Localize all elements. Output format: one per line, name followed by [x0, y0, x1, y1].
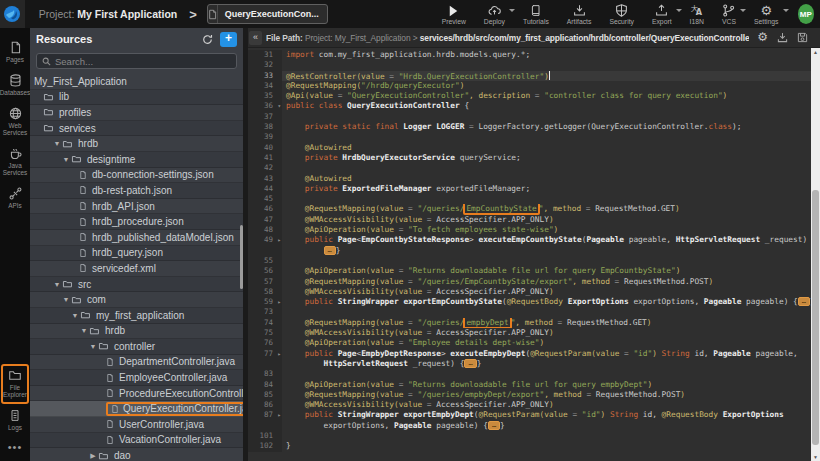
- export-button[interactable]: Export: [643, 2, 681, 26]
- chevron-down-icon[interactable]: ▼: [52, 140, 62, 147]
- tree-item-my_first_application[interactable]: ▼my_first_application: [30, 308, 243, 324]
- code-line-wrap[interactable]: …}: [248, 246, 811, 256]
- wavemaker-logo[interactable]: [0, 0, 25, 28]
- folded-code-pill[interactable]: …: [488, 421, 500, 430]
- search-input[interactable]: [55, 56, 231, 67]
- code-line-42[interactable]: 42: [248, 163, 811, 173]
- code-line-75[interactable]: 75 @WMAccessVisibility(value = AccessSpe…: [248, 328, 811, 338]
- vcs-button[interactable]: VCS: [713, 2, 745, 26]
- code-line-wrap[interactable]: exportOptions, Pageable pageable) {…}: [248, 421, 811, 431]
- tree-item-DepartmentController.java[interactable]: DepartmentController.java: [30, 355, 243, 371]
- add-resource-button[interactable]: +: [220, 32, 237, 47]
- folded-code-pill[interactable]: …: [324, 246, 336, 255]
- code-line-44[interactable]: 44 private ExportedFileManager exportedF…: [248, 184, 811, 194]
- collapse-panel-button[interactable]: «: [249, 31, 262, 45]
- sidebar-item-java-services[interactable]: Java Services: [1, 142, 29, 182]
- code-line-41[interactable]: 41 private HrdbQueryExecutorService quer…: [248, 153, 811, 163]
- code-line-32[interactable]: 32: [248, 60, 811, 70]
- download-icon[interactable]: [777, 32, 788, 43]
- more-options-icon[interactable]: •••: [8, 437, 23, 461]
- code-line-31[interactable]: 31import com.my_first_application.hrdb.m…: [248, 50, 811, 60]
- sidebar-item-databases[interactable]: Databases: [1, 69, 29, 102]
- code-line-36[interactable]: 36▾public class QueryExecutionController…: [248, 101, 811, 111]
- tree-item-UserController.java[interactable]: UserController.java: [30, 417, 243, 433]
- tree-item-profiles[interactable]: profiles: [30, 105, 243, 121]
- sidebar-item-file-explorer[interactable]: File Explorer: [1, 364, 29, 404]
- tree-item-servicedef.xml[interactable]: servicedef.xml: [30, 261, 243, 277]
- code-line-47[interactable]: 47 @WMAccessVisibility(value = AccessSpe…: [248, 215, 811, 225]
- code-line-33[interactable]: 33@RestController(value = "Hrdb.QueryExe…: [248, 71, 811, 81]
- code-line-45[interactable]: 45: [248, 194, 811, 204]
- code-line-40[interactable]: 40 @Autowired: [248, 143, 811, 153]
- code-line-35[interactable]: 35@Api(value = "QueryExecutionController…: [248, 91, 811, 101]
- user-avatar[interactable]: MP: [798, 4, 815, 24]
- chevron-down-icon[interactable]: ▼: [52, 281, 62, 288]
- chevron-down-icon[interactable]: ▼: [88, 343, 98, 350]
- tree-item-services[interactable]: services: [30, 121, 243, 137]
- scroll-up-arrow[interactable]: ▲: [811, 48, 820, 56]
- chevron-right-icon[interactable]: ▶: [88, 452, 98, 460]
- code-line-49[interactable]: 49▸ public Page<EmpCountbyStateResponse>…: [248, 235, 811, 245]
- editor-scrollbar-thumb[interactable]: [812, 190, 819, 445]
- chevron-down-icon[interactable]: ▼: [61, 156, 71, 163]
- code-line-wrap[interactable]: HttpServletRequest _request) {…}: [248, 359, 811, 369]
- code-line-43[interactable]: 43 @Autowired: [248, 174, 811, 184]
- tree-item-controller[interactable]: ▼controller: [30, 339, 243, 355]
- tutorials-button[interactable]: Tutorials: [514, 2, 558, 26]
- sidebar-item-logs[interactable]: Logs: [1, 404, 29, 437]
- code-line-48[interactable]: 48 @ApiOperation(value = "To fetch emplo…: [248, 225, 811, 235]
- code-line-87[interactable]: 87▸ public StringWrapper exportEmpbyDept…: [248, 410, 811, 420]
- code-line-58[interactable]: 58 @WMAccessVisibility(value = AccessSpe…: [248, 287, 811, 297]
- tree-item-VacationController.java[interactable]: VacationController.java: [30, 433, 243, 449]
- tree-item-QueryExecutionController.java[interactable]: QueryExecutionController.java: [30, 401, 243, 417]
- sidebar-item-pages[interactable]: Pages: [1, 36, 29, 69]
- fold-expanded-icon[interactable]: ▾: [277, 101, 281, 111]
- security-button[interactable]: Security: [600, 2, 643, 26]
- sidebar-item-apis[interactable]: APIs: [1, 182, 29, 215]
- tree-item-db-rest-patch.json[interactable]: db-rest-patch.json: [30, 183, 243, 199]
- code-line-39[interactable]: 39: [248, 132, 811, 142]
- preview-button[interactable]: Preview: [433, 2, 475, 26]
- deploy-button[interactable]: Deploy: [475, 2, 514, 26]
- code-line-56[interactable]: 56 @ApiOperation(value = "Returns downlo…: [248, 266, 811, 276]
- i18n-button[interactable]: 大A I18N: [681, 2, 713, 26]
- tree-item-hrdb_API.json[interactable]: hrdb_API.json: [30, 199, 243, 215]
- tree-item-dao[interactable]: ▶dao: [30, 448, 243, 461]
- fold-collapsed-icon[interactable]: ▸: [277, 235, 281, 245]
- scroll-down-arrow[interactable]: ▼: [811, 453, 820, 461]
- code-line-76[interactable]: 76 @ApiOperation(value = "Employee detai…: [248, 338, 811, 348]
- gear-icon[interactable]: ⚙: [757, 31, 768, 44]
- chevron-down-icon[interactable]: ▼: [61, 296, 71, 303]
- folded-code-pill[interactable]: …: [464, 359, 476, 368]
- tree-item-src[interactable]: ▼src: [30, 277, 243, 293]
- code-line-55[interactable]: 55: [248, 256, 811, 266]
- code-line-57[interactable]: 57 @RequestMapping(value = "/queries/Emp…: [248, 277, 811, 287]
- folded-code-pill[interactable]: …: [798, 297, 810, 306]
- code-line-74[interactable]: 74 @RequestMapping(value = "/queries/emp…: [248, 318, 811, 328]
- open-file-tab[interactable]: QueryExecutionCon...: [207, 4, 328, 24]
- code-line-84[interactable]: 84 @ApiOperation(value = "Returns downlo…: [248, 380, 811, 390]
- chevron-down-icon[interactable]: ▼: [79, 327, 89, 334]
- tree-scrollbar-thumb[interactable]: [240, 225, 243, 289]
- code-line-77[interactable]: 77▸ public Page<EmpbyDeptResponse> execu…: [248, 349, 811, 359]
- tree-item-designtime[interactable]: ▼designtime: [30, 152, 243, 168]
- tree-item-lib[interactable]: lib: [30, 90, 243, 106]
- grid-icon[interactable]: [326, 9, 328, 19]
- tree-item-hrdb_query.json[interactable]: hrdb_query.json: [30, 246, 243, 262]
- tree-item-ProcedureExecutionController.java[interactable]: ProcedureExecutionController.java: [30, 386, 243, 402]
- tree-item-hrdb_published_dataModel.json[interactable]: hrdb_published_dataModel.json: [30, 230, 243, 246]
- code-line-46[interactable]: 46 @RequestMapping(value = "/queries/Emp…: [248, 204, 811, 214]
- code-line-38[interactable]: 38 private static final Logger LOGGER = …: [248, 122, 811, 132]
- editor-scrollbar[interactable]: ▲ ▼: [811, 48, 820, 461]
- code-line-59[interactable]: 59▸ public StringWrapper exportEmpCountb…: [248, 297, 811, 307]
- code-line-101[interactable]: 101: [248, 431, 811, 441]
- code-line-73[interactable]: 73: [248, 307, 811, 317]
- settings-button[interactable]: ⚙ Settings: [745, 2, 788, 26]
- save-icon[interactable]: [797, 32, 808, 43]
- refresh-icon[interactable]: [202, 34, 213, 45]
- tree-item-db-connection-settings.json[interactable]: db-connection-settings.json: [30, 168, 243, 184]
- tree-item-My_First_Application[interactable]: My_First_Application: [30, 74, 243, 90]
- sidebar-item-web-services[interactable]: Web Services: [1, 102, 29, 142]
- fold-collapsed-icon[interactable]: ▸: [277, 410, 281, 420]
- fold-collapsed-icon[interactable]: ▸: [277, 349, 281, 359]
